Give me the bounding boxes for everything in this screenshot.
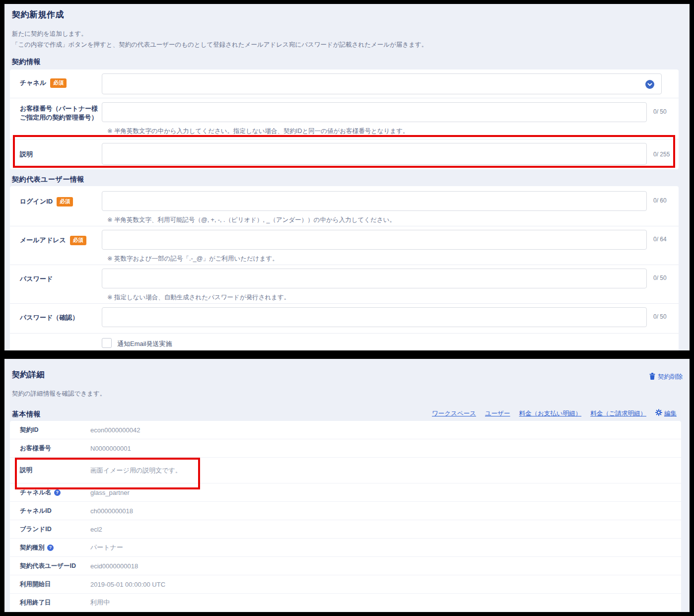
detail-row-value: 画面イメージ用の説明文です。 bbox=[90, 466, 182, 475]
customer-number-input[interactable] bbox=[102, 102, 647, 122]
trash-icon bbox=[649, 373, 655, 381]
detail-row-value: N0000000001 bbox=[90, 445, 131, 452]
customer-number-hint: ※ 半角英数文字の中から入力してください。指定しない場合、契約IDと同一の値がお… bbox=[107, 127, 409, 136]
table-row: 説明 画面イメージ用の説明文です。 bbox=[10, 458, 681, 483]
channel-label: チャネル必須 bbox=[20, 78, 67, 88]
customer-number-label: お客様番号（パートナー様 ご指定用の契約管理番号） bbox=[20, 104, 98, 122]
password-hint: ※ 指定しない場合、自動生成されたパスワードが発行されます。 bbox=[107, 293, 290, 302]
create-contract-panel: 契約新規作成 新たに契約を追加します。 「この内容で作成」ボタンを押すと、契約の… bbox=[4, 4, 690, 350]
table-row: 契約種別 ? パートナー bbox=[10, 539, 681, 557]
password-counter: 0/ 50 bbox=[653, 274, 667, 281]
table-row: 利用終了日 利用中 bbox=[10, 594, 681, 612]
notify-email-checkbox[interactable] bbox=[102, 338, 112, 348]
detail-row-value: ch0000000018 bbox=[90, 507, 133, 515]
fee-payment-link[interactable]: 料金（お支払い明細） bbox=[519, 410, 582, 418]
gear-icon bbox=[655, 409, 662, 418]
detail-row-value: 利用中 bbox=[90, 598, 110, 607]
email-hint: ※ 英数字および一部の記号「.-_@」がご利用いただけます。 bbox=[107, 255, 278, 263]
email-label: メールアドレス必須 bbox=[20, 236, 86, 245]
detail-nav-links: ワークスペース ユーザー 料金（お支払い明細） 料金（ご請求明細） 編集 bbox=[432, 409, 677, 418]
edit-link[interactable]: 編集 bbox=[655, 409, 677, 418]
rep-user-card: ログインID必須 0/ 60 ※ 半角英数文字、利用可能記号（@, +, -, … bbox=[10, 186, 679, 350]
divider bbox=[10, 226, 679, 226]
email-input[interactable] bbox=[102, 230, 647, 250]
chevron-down-icon[interactable] bbox=[645, 80, 654, 89]
detail-row-label: 契約ID bbox=[20, 426, 39, 434]
password-input[interactable] bbox=[102, 269, 647, 288]
intro-line-1: 新たに契約を追加します。 bbox=[12, 30, 87, 38]
required-badge: 必須 bbox=[50, 78, 67, 88]
login-id-input[interactable] bbox=[102, 191, 647, 211]
table-row: 契約代表ユーザーID ecid0000000018 bbox=[10, 557, 681, 575]
detail-row-label: チャネル名 bbox=[20, 488, 52, 497]
detail-row-label: チャネルID bbox=[20, 507, 52, 515]
channel-select[interactable] bbox=[102, 73, 662, 94]
detail-row-value: ecid0000000018 bbox=[90, 562, 138, 570]
detail-row-value: パートナー bbox=[90, 543, 123, 552]
description-input[interactable] bbox=[102, 143, 647, 165]
divider bbox=[10, 139, 679, 139]
detail-row-value: glass_partner bbox=[90, 489, 130, 496]
detail-row-value: ecl2 bbox=[90, 526, 102, 533]
detail-row-value: 2019-05-01 00:00:00 UTC bbox=[90, 581, 165, 588]
required-badge: 必須 bbox=[57, 197, 73, 206]
divider bbox=[10, 265, 679, 265]
login-id-label: ログインID必須 bbox=[20, 197, 73, 206]
user-link[interactable]: ユーザー bbox=[485, 410, 510, 418]
password-confirm-counter: 0/ 50 bbox=[653, 313, 667, 320]
description-label: 説明 bbox=[20, 150, 33, 159]
table-row: ブランドID ecl2 bbox=[10, 520, 681, 539]
contract-detail-panel: 契約詳細 契約削除 契約の詳細情報を確認できます。 基本情報 ワークスペース ユ… bbox=[4, 359, 690, 612]
section-contract-info: 契約情報 bbox=[12, 58, 41, 67]
password-confirm-label: パスワード（確認） bbox=[20, 313, 78, 322]
password-label: パスワード bbox=[20, 274, 53, 283]
intro-line-2: 「この内容で作成」ボタンを押すと、契約の代表ユーザーのものとして登録されたメール… bbox=[12, 41, 427, 49]
password-confirm-input[interactable] bbox=[102, 307, 647, 327]
section-rep-user-info: 契約代表ユーザー情報 bbox=[12, 175, 84, 184]
basic-info-table: 契約ID econ0000000042 お客様番号 N0000000001 説明… bbox=[10, 421, 681, 612]
divider bbox=[10, 303, 679, 304]
detail-row-label: ブランドID bbox=[20, 525, 52, 534]
required-badge: 必須 bbox=[70, 236, 86, 245]
contract-info-card: チャネル必須 お客様番号（パートナー様 ご指定用の契約管理番号） 0/ 50 ※… bbox=[10, 69, 679, 169]
detail-row-label: 利用開始日 bbox=[20, 580, 51, 589]
detail-row-label: 説明 bbox=[20, 466, 32, 475]
detail-row-label: 契約種別 bbox=[20, 544, 45, 552]
table-row: チャネルID ch0000000018 bbox=[10, 502, 681, 520]
table-row: チャネル名 ? glass_partner bbox=[10, 483, 681, 502]
section-basic-info: 基本情報 bbox=[12, 410, 41, 419]
divider bbox=[10, 98, 679, 98]
detail-row-label: お客様番号 bbox=[20, 444, 51, 453]
detail-intro: 契約の詳細情報を確認できます。 bbox=[12, 390, 106, 398]
detail-row-value: econ0000000042 bbox=[90, 426, 140, 434]
delete-contract-label: 契約削除 bbox=[658, 373, 683, 381]
email-counter: 0/ 64 bbox=[653, 236, 667, 243]
customer-number-counter: 0/ 50 bbox=[653, 108, 667, 115]
help-icon[interactable]: ? bbox=[47, 545, 54, 551]
notify-email-label: 通知Email発送実施 bbox=[117, 340, 172, 348]
table-row: 利用開始日 2019-05-01 00:00:00 UTC bbox=[10, 575, 681, 594]
delete-contract-link[interactable]: 契約削除 bbox=[649, 373, 683, 381]
detail-row-label: 契約代表ユーザーID bbox=[20, 562, 76, 570]
help-icon[interactable]: ? bbox=[54, 489, 61, 496]
login-id-hint: ※ 半角英数文字、利用可能記号（@, +, -, .（ピリオド）, _（アンダー… bbox=[107, 216, 396, 224]
login-id-counter: 0/ 60 bbox=[653, 197, 667, 204]
edit-label[interactable]: 編集 bbox=[664, 410, 677, 418]
fee-invoice-link[interactable]: 料金（ご請求明細） bbox=[590, 410, 646, 418]
table-row: お客様番号 N0000000001 bbox=[10, 439, 681, 458]
description-counter: 0/ 255 bbox=[653, 151, 670, 158]
workspace-link[interactable]: ワークスペース bbox=[432, 410, 476, 418]
divider bbox=[10, 333, 679, 334]
detail-title: 契約詳細 bbox=[12, 370, 45, 380]
page-title: 契約新規作成 bbox=[12, 9, 64, 20]
table-row: 契約ID econ0000000042 bbox=[10, 421, 681, 439]
detail-row-label: 利用終了日 bbox=[20, 599, 51, 607]
